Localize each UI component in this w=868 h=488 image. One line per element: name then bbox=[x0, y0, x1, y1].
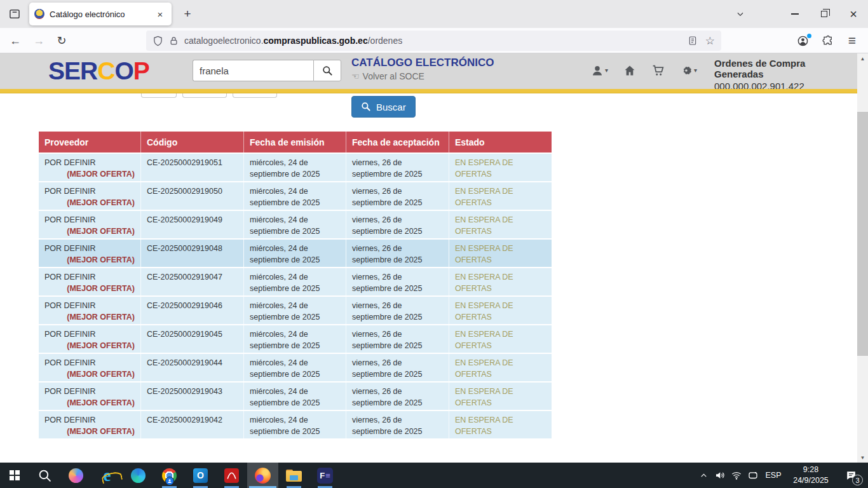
forward-button: → bbox=[30, 32, 48, 50]
status-text: EN ESPERA DE OFERTAS bbox=[455, 186, 546, 208]
window-minimize-button[interactable] bbox=[780, 0, 810, 28]
status-cell: EN ESPERA DE OFERTAS ver detalles bbox=[449, 211, 552, 238]
filter-button-cutoff[interactable] bbox=[182, 93, 227, 98]
url-prefix: catalogoelectronico. bbox=[184, 36, 264, 46]
windows-taskbar: e O F≡ ESP 9:28 24/9/2025 3 bbox=[0, 463, 868, 488]
url-path: /ordenes bbox=[368, 36, 402, 46]
table-row: POR DEFINIR (MEJOR OFERTA) CE-2025000291… bbox=[39, 381, 552, 410]
provider-note: (MEJOR OFERTA) bbox=[44, 426, 135, 437]
table-row: POR DEFINIR (MEJOR OFERTA) CE-2025000291… bbox=[39, 210, 552, 238]
provider-name: POR DEFINIR bbox=[44, 214, 135, 226]
filter-button-cutoff[interactable] bbox=[233, 93, 277, 98]
buscar-label: Buscar bbox=[376, 102, 406, 112]
reader-mode-icon[interactable] bbox=[688, 36, 698, 46]
status-cell: EN ESPERA DE OFERTAS ver detalles bbox=[449, 325, 552, 353]
user-menu-icon[interactable]: ▾ bbox=[591, 64, 608, 77]
browser-toolbar: ← → ↻ catalogoelectronico.compraspublica… bbox=[0, 28, 868, 53]
taskbar-chrome-icon[interactable] bbox=[154, 463, 185, 488]
extensions-puzzle-icon[interactable] bbox=[818, 32, 837, 50]
provider-note: (MEJOR OFERTA) bbox=[44, 226, 135, 237]
taskbar-edge-icon[interactable] bbox=[123, 463, 154, 488]
volume-icon[interactable] bbox=[712, 463, 728, 488]
filter-button-cutoff[interactable] bbox=[141, 93, 177, 98]
url-bar[interactable]: catalogoelectronico.compraspublicas.gob.… bbox=[146, 30, 721, 51]
table-row: POR DEFINIR (MEJOR OFERTA) CE-2025000291… bbox=[39, 152, 552, 181]
page-scrollbar[interactable]: ▲ ▼ bbox=[857, 53, 868, 463]
status-cell: EN ESPERA DE OFERTAS ver detalles bbox=[449, 240, 552, 267]
issue-date: miércoles, 24 de septiembre de 2025 bbox=[244, 211, 346, 238]
tab-close-icon[interactable]: × bbox=[154, 8, 166, 20]
site-header: SERCOP CATÁLOGO ELECTRÓNICO ☜Volver al S… bbox=[0, 53, 857, 89]
browser-titlebar: Catálogo electrónico × + × bbox=[0, 0, 868, 28]
url-text[interactable]: catalogoelectronico.compraspublicas.gob.… bbox=[184, 36, 402, 46]
browser-tab[interactable]: Catálogo electrónico × bbox=[29, 3, 172, 25]
status-text: EN ESPERA DE OFERTAS bbox=[455, 243, 546, 266]
table-row: POR DEFINIR (MEJOR OFERTA) CE-2025000291… bbox=[39, 267, 552, 295]
issue-date: miércoles, 24 de septiembre de 2025 bbox=[244, 325, 346, 353]
bookmark-star-icon[interactable]: ☆ bbox=[705, 34, 715, 48]
scrollbar-thumb[interactable] bbox=[857, 112, 868, 356]
status-cell: EN ESPERA DE OFERTAS ver detalles bbox=[449, 297, 552, 324]
menu-hamburger-icon[interactable]: ≡ bbox=[843, 32, 862, 50]
buscar-button[interactable]: Buscar bbox=[351, 96, 416, 118]
status-cell: EN ESPERA DE OFERTAS ver detalles bbox=[449, 383, 552, 410]
table-body: POR DEFINIR (MEJOR OFERTA) CE-2025000291… bbox=[39, 152, 552, 438]
provider-note: (MEJOR OFERTA) bbox=[44, 254, 135, 266]
taskbar-copilot-icon[interactable] bbox=[60, 463, 92, 488]
search-input[interactable] bbox=[193, 60, 313, 81]
acceptance-date: viernes, 26 de septiembre de 2025 bbox=[346, 297, 449, 324]
provider-name: POR DEFINIR bbox=[44, 386, 135, 397]
taskbar-file-explorer-icon[interactable] bbox=[278, 463, 309, 488]
back-button[interactable]: ← bbox=[6, 32, 24, 50]
action-center-icon[interactable]: 3 bbox=[836, 463, 865, 488]
settings-gear-icon[interactable]: ▾ bbox=[680, 64, 697, 77]
wifi-icon[interactable] bbox=[728, 463, 745, 488]
taskbar-outlook-icon[interactable]: O bbox=[185, 463, 216, 488]
account-icon[interactable] bbox=[793, 32, 812, 50]
provider-cell: POR DEFINIR (MEJOR OFERTA) bbox=[39, 154, 141, 181]
sercop-logo[interactable]: SERCOP bbox=[48, 56, 149, 86]
column-header: Fecha de emisión bbox=[244, 132, 346, 152]
order-code: CE-20250002919042 bbox=[141, 411, 244, 438]
status-text: EN ESPERA DE OFERTAS bbox=[455, 157, 546, 180]
provider-name: POR DEFINIR bbox=[44, 357, 135, 369]
home-icon[interactable] bbox=[623, 64, 636, 77]
taskbar-internet-explorer-icon[interactable]: e bbox=[92, 463, 123, 488]
start-button[interactable] bbox=[0, 463, 29, 488]
window-restore-button[interactable] bbox=[810, 0, 839, 28]
refresh-button[interactable]: ↻ bbox=[53, 32, 71, 50]
tray-chevron-up-icon[interactable] bbox=[695, 463, 712, 488]
tray-device-icon[interactable] bbox=[745, 463, 761, 488]
clock[interactable]: 9:28 24/9/2025 bbox=[785, 464, 836, 486]
firefox-view-icon[interactable] bbox=[5, 4, 24, 24]
status-text: EN ESPERA DE OFERTAS bbox=[455, 329, 546, 351]
volver-al-soce-link[interactable]: ☜Volver al SOCE bbox=[351, 71, 494, 81]
acceptance-date: viernes, 26 de septiembre de 2025 bbox=[346, 411, 449, 438]
new-tab-button[interactable]: + bbox=[178, 4, 197, 24]
list-tabs-chevron-icon[interactable] bbox=[729, 3, 751, 25]
lock-icon[interactable] bbox=[169, 36, 179, 46]
taskbar-fapp-icon[interactable]: F≡ bbox=[309, 463, 341, 488]
account-info-title: Ordenes de Compra Generadas bbox=[714, 58, 857, 79]
taskbar-firefox-icon[interactable] bbox=[247, 463, 278, 488]
window-close-button[interactable]: × bbox=[839, 0, 868, 28]
language-indicator[interactable]: ESP bbox=[761, 471, 785, 480]
cart-icon[interactable] bbox=[651, 64, 665, 77]
provider-cell: POR DEFINIR (MEJOR OFERTA) bbox=[39, 383, 141, 410]
acceptance-date: viernes, 26 de septiembre de 2025 bbox=[346, 211, 449, 238]
provider-note: (MEJOR OFERTA) bbox=[44, 311, 135, 323]
search-button[interactable] bbox=[313, 60, 341, 81]
scrollbar-down-arrow[interactable]: ▼ bbox=[857, 452, 868, 463]
clock-date: 24/9/2025 bbox=[785, 475, 836, 486]
url-domain: compraspublicas.gob.ec bbox=[264, 36, 368, 46]
shield-icon[interactable] bbox=[153, 36, 163, 46]
issue-date: miércoles, 24 de septiembre de 2025 bbox=[244, 297, 346, 324]
order-code: CE-20250002919049 bbox=[141, 211, 244, 238]
taskbar-search-button[interactable] bbox=[29, 463, 60, 488]
scrollbar-up-arrow[interactable]: ▲ bbox=[857, 53, 868, 64]
acceptance-date: viernes, 26 de septiembre de 2025 bbox=[346, 182, 449, 210]
taskbar-acrobat-icon[interactable] bbox=[216, 463, 247, 488]
column-header: Estado bbox=[449, 132, 552, 152]
clock-time: 9:28 bbox=[785, 464, 836, 475]
provider-name: POR DEFINIR bbox=[44, 300, 135, 311]
